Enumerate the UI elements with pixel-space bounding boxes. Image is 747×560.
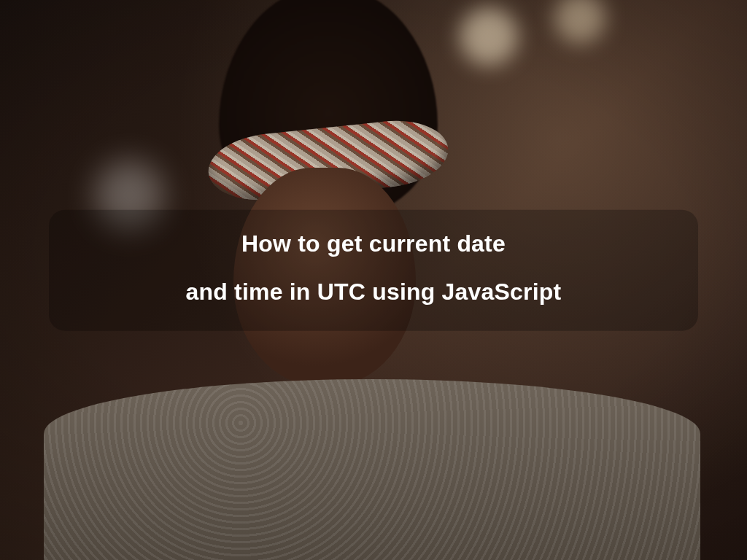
caption-line-2: and time in UTC using JavaScript (78, 277, 669, 306)
hero-image: How to get current date and time in UTC … (0, 0, 747, 560)
bokeh-light (554, 0, 605, 44)
overlay-caption: How to get current date and time in UTC … (49, 210, 698, 331)
caption-line-1: How to get current date (78, 229, 669, 258)
bokeh-light (460, 7, 518, 66)
subject-sweater (44, 379, 700, 560)
